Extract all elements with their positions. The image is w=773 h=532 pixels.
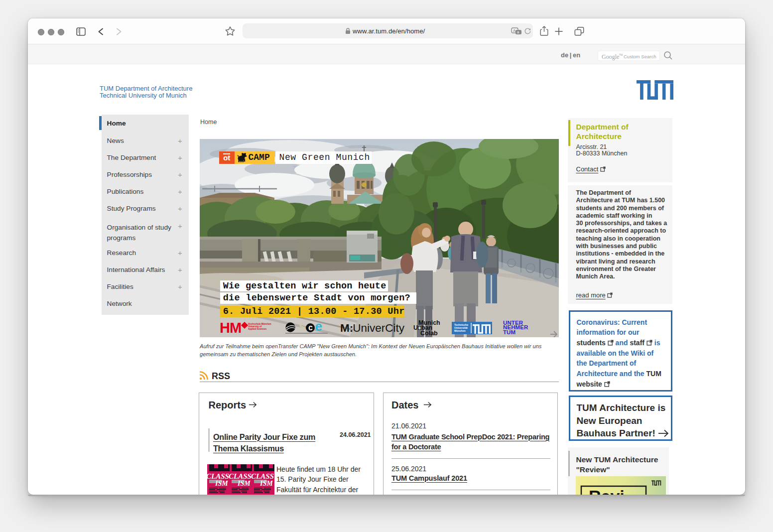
svg-text:Revi: Revi (589, 487, 625, 495)
